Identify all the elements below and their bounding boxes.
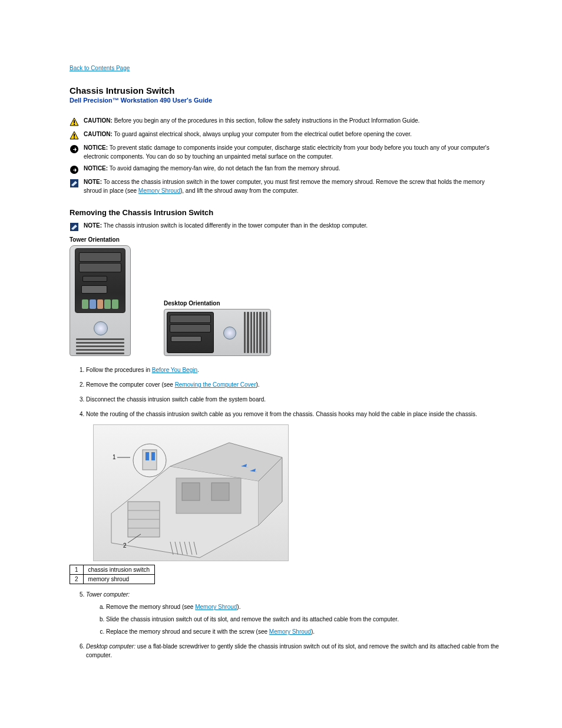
table-row: 1chassis intrusion switch <box>70 565 155 575</box>
note-icon <box>70 179 79 188</box>
tower-drawing <box>70 245 131 356</box>
svg-text:2: 2 <box>123 542 127 549</box>
svg-rect-4 <box>74 134 75 137</box>
tower-substeps: Remove the memory shroud (see Memory Shr… <box>86 602 503 636</box>
orientation-note-text: NOTE: The chassis intrusion switch is lo… <box>84 222 503 230</box>
page-root: Back to Contents Page Chassis Intrusion … <box>0 0 562 701</box>
table-row: 2memory shroud <box>70 575 155 584</box>
notice-text: NOTICE: To avoid damaging the memory-fan… <box>84 164 503 173</box>
step-3: Disconnect the chassis intrusion switch … <box>86 395 503 404</box>
caution-block: CAUTION: To guard against electrical sho… <box>70 130 503 140</box>
step5-prefix: Tower computer: <box>86 591 130 598</box>
svg-rect-12 <box>182 483 200 500</box>
note-body: The chassis intrusion switch is located … <box>104 222 368 229</box>
note-icon <box>70 222 79 232</box>
caution-icon <box>70 131 79 140</box>
note-block: NOTE: To access the chassis intrusion sw… <box>70 178 503 195</box>
caution-text: CAUTION: To guard against electrical sho… <box>84 130 503 139</box>
step-5: Tower computer: Remove the memory shroud… <box>86 590 503 636</box>
step6-text: use a flat-blade screwdriver to gently s… <box>86 643 499 658</box>
steps-list: Follow the procedures in Before You Begi… <box>70 365 503 419</box>
memory-shroud-link[interactable]: Memory Shroud <box>269 628 311 635</box>
substep-a: Remove the memory shroud (see Memory Shr… <box>106 602 503 611</box>
svg-rect-13 <box>211 483 229 500</box>
step-4: Note the routing of the chassis intrusio… <box>86 410 503 419</box>
svg-rect-2 <box>74 124 75 125</box>
page-title: Chassis Intrusion Switch <box>70 85 503 95</box>
svg-rect-5 <box>74 137 75 139</box>
caution-icon <box>70 117 79 127</box>
memory-shroud-link[interactable]: Memory Shroud <box>138 187 180 194</box>
step-link[interactable]: Removing the Computer Cover <box>175 381 256 388</box>
desktop-drawing <box>164 309 271 356</box>
caution-text: CAUTION: Before you begin any of the pro… <box>84 117 503 126</box>
tower-orientation-figure: Tower Orientation <box>70 236 134 356</box>
isometric-figure: 1 2 <box>70 424 503 561</box>
step-1: Follow the procedures in Before You Begi… <box>86 365 503 374</box>
steps-list-continued: Tower computer: Remove the memory shroud… <box>70 590 503 660</box>
notice-block: NOTICE: To prevent static damage to comp… <box>70 144 503 161</box>
desktop-caption: Desktop Orientation <box>164 300 276 307</box>
desktop-orientation-figure: Desktop Orientation <box>164 300 276 356</box>
parts-table: 1chassis intrusion switch2memory shroud <box>70 565 155 584</box>
svg-rect-27 <box>151 452 155 460</box>
part-label: chassis intrusion switch <box>83 565 154 575</box>
note-label: NOTE: <box>84 222 102 229</box>
part-number: 2 <box>70 575 84 584</box>
note-text: NOTE: To access the chassis intrusion sw… <box>84 178 503 195</box>
svg-text:1: 1 <box>113 454 116 460</box>
step-6: Desktop computer: use a flat-blade screw… <box>86 642 503 660</box>
orientation-note: NOTE: The chassis intrusion switch is lo… <box>70 222 503 232</box>
notice-text: NOTICE: To prevent static damage to comp… <box>84 144 503 161</box>
orientation-figures: Tower Orientation Desktop Orientation <box>70 236 503 356</box>
step6-prefix: Desktop computer: <box>86 643 135 650</box>
svg-rect-1 <box>74 120 75 123</box>
section-heading: Removing the Chassis Intrusion Switch <box>70 208 503 217</box>
svg-rect-26 <box>146 452 149 460</box>
notice-icon <box>70 144 79 154</box>
substep-c: Replace the memory shroud and secure it … <box>106 627 503 636</box>
step-2: Remove the computer cover (see Removing … <box>86 380 503 389</box>
part-number: 1 <box>70 565 84 575</box>
caution-block: CAUTION: Before you begin any of the pro… <box>70 117 503 127</box>
notice-block: NOTICE: To avoid damaging the memory-fan… <box>70 164 503 174</box>
substep-b: Slide the chassis intrusion switch out o… <box>106 615 503 624</box>
part-label: memory shroud <box>83 575 154 584</box>
tower-caption: Tower Orientation <box>70 236 134 243</box>
memory-shroud-link[interactable]: Memory Shroud <box>195 604 237 610</box>
back-link[interactable]: Back to Contents Page <box>70 65 130 71</box>
subtitle: Dell Precision™ Workstation 490 User's G… <box>70 97 503 104</box>
notice-icon <box>70 165 79 174</box>
step-link[interactable]: Before You Begin <box>152 367 197 373</box>
